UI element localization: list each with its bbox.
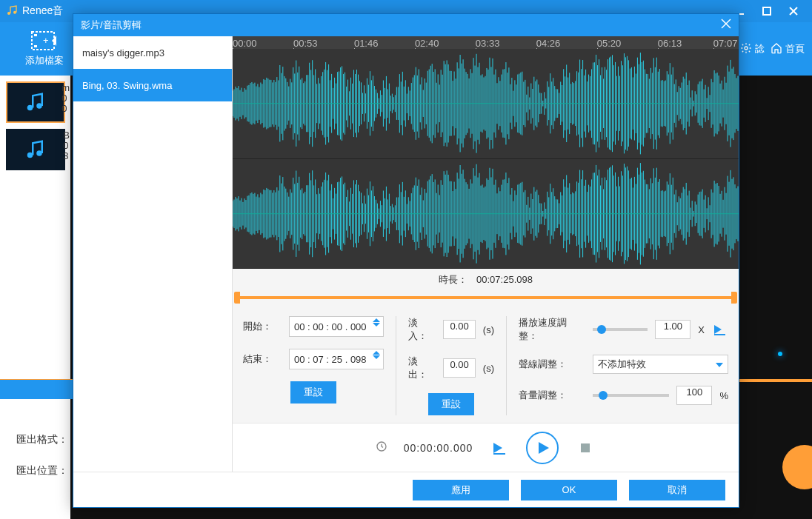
duration-row: 時長： 00:07:25.098 [233,269,739,290]
start-time-input[interactable]: 00 : 00 : 00 . 000 [289,316,384,337]
ruler-tick: 05:20 [597,38,622,49]
duration-label: 時長： [439,273,467,287]
preview-glow-icon [778,352,782,356]
voice-effect-select[interactable]: 不添加特效 [593,355,728,374]
spinner-up-icon[interactable] [373,318,380,322]
seconds-unit: (s) [483,363,494,374]
svg-marker-709 [493,443,502,453]
svg-rect-7 [34,34,37,36]
duration-value: 00:07:25.098 [476,274,533,285]
add-file-button[interactable]: + 添加檔案 [15,30,74,67]
ruler-tick: 03:33 [476,38,500,49]
volume-unit: % [719,390,728,401]
speed-slider[interactable] [593,328,648,331]
maximize-icon[interactable] [762,6,772,16]
svg-point-15 [36,150,42,156]
cog-icon [740,42,752,56]
svg-point-14 [27,153,33,158]
modal-footer: 應用 OK 取消 [73,472,739,507]
voice-label: 聲線調整： [519,358,585,371]
range-bar [236,296,736,299]
end-label: 結束： [243,352,282,366]
fade-out-input[interactable]: 0.00 [443,358,476,378]
waveform-editor: 00:00 00:53 01:46 02:40 03:33 04:26 05:2… [233,36,739,472]
svg-point-0 [7,12,10,15]
ruler-tick: 02:40 [415,38,439,49]
apply-button[interactable]: 應用 [413,480,509,500]
file-list: maisy's digger.mp3 Bing, 03. Swing.wma [73,36,233,472]
close-icon[interactable] [788,6,799,16]
fade-in-input[interactable]: 0.00 [443,320,476,339]
speed-input[interactable]: 1.00 [655,320,690,339]
range-slider[interactable] [233,290,739,304]
modal-title: 影片/音訊剪輯 [81,19,142,32]
thumb-meta: m00 [61,83,70,114]
controls-grid: 開始： 00 : 00 : 00 . 000 結束： 00 : 07 : 25 … [233,304,739,423]
export-format-label: 匯出格式： [16,433,68,446]
spinner-up-icon[interactable] [373,351,380,355]
ok-button[interactable]: OK [521,480,617,500]
ruler-tick: 00:53 [293,38,318,49]
start-label: 開始： [243,320,282,333]
time-ruler[interactable]: 00:00 00:53 01:46 02:40 03:33 04:26 05:2… [233,36,739,49]
speed-preview-icon[interactable] [712,323,728,336]
range-handle-start[interactable] [234,292,240,304]
file-list-item[interactable]: Bing, 03. Swing.wma [73,69,232,101]
clock-icon [376,441,387,455]
file-list-item[interactable]: maisy's digger.mp3 [73,36,232,69]
volume-label: 音量調整： [519,389,585,402]
chevron-down-icon [716,363,723,367]
seconds-unit: (s) [483,324,494,335]
app-logo-icon [6,4,22,19]
play-button[interactable] [526,432,559,464]
volume-input[interactable]: 100 [676,386,712,405]
export-location-label: 匯出位置： [16,464,68,478]
modal-titlebar: 影片/音訊剪輯 [73,14,739,36]
stop-button[interactable] [575,438,596,458]
svg-rect-8 [34,45,37,47]
filmstrip-add-icon: + [31,30,58,51]
speed-label: 播放速度調整： [519,316,585,343]
svg-marker-711 [539,442,549,454]
window-controls [735,6,799,16]
svg-marker-706 [714,325,722,334]
fade-in-label: 淡入： [408,316,436,343]
ruler-tick: 06:13 [658,38,682,49]
ruler-tick: 00:00 [233,38,257,49]
svg-rect-3 [763,7,771,15]
media-thumbnail[interactable]: m00 [6,81,65,123]
end-time-input[interactable]: 00 : 07 : 25 . 098 [289,349,384,369]
audio-editor-modal: 影片/音訊剪輯 maisy's digger.mp3 Bing, 03. Swi… [73,13,739,508]
goto-start-button[interactable] [489,438,510,458]
ruler-tick: 01:46 [354,38,379,49]
reset-fade-button[interactable]: 重設 [428,393,474,415]
range-handle-end[interactable] [731,292,737,304]
svg-point-11 [745,47,748,50]
thumbnail-column: m00 B03 [0,76,70,519]
svg-point-1 [13,10,16,13]
thumb-meta: B03 [63,130,70,161]
svg-point-12 [27,105,33,111]
waveform-channel-right[interactable] [233,159,739,269]
speed-unit: X [698,324,705,335]
playhead-position: 00:00:00.000 [404,442,473,454]
svg-point-13 [36,103,42,109]
media-thumbnail[interactable]: B03 [6,129,65,170]
home-icon [771,42,782,56]
header-link-1[interactable]: 諗 [740,42,765,56]
home-button[interactable]: 首頁 [771,42,805,56]
waveform-channel-left[interactable] [233,49,739,158]
svg-text:+: + [43,35,49,46]
ruler-tick: 07:07 [713,38,738,49]
spinner-down-icon[interactable] [373,323,380,327]
reset-times-button[interactable]: 重設 [290,381,336,404]
transport-bar: 00:00:00.000 [233,423,739,472]
volume-slider[interactable] [593,394,669,397]
cancel-button[interactable]: 取消 [629,480,725,500]
modal-close-icon[interactable] [721,19,731,31]
add-file-label: 添加檔案 [25,54,64,67]
ruler-tick: 04:26 [536,38,561,49]
spinner-down-icon[interactable] [373,355,380,359]
svg-rect-712 [581,443,590,452]
fade-out-label: 淡出： [408,355,436,381]
